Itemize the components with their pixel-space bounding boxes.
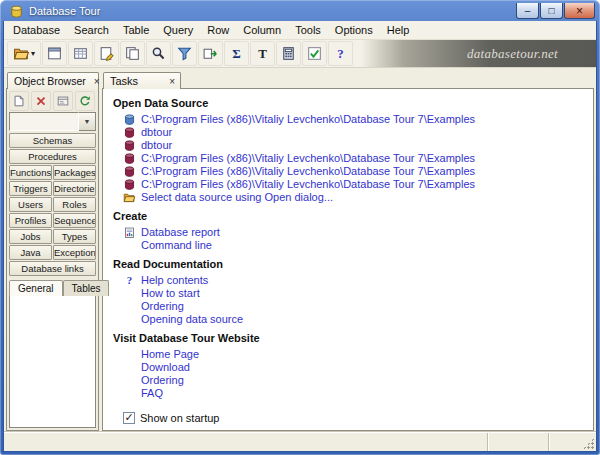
search-button[interactable]	[146, 41, 171, 66]
task-link[interactable]: Select data source using Open dialog...	[141, 191, 333, 204]
tab-close-icon[interactable]: ×	[169, 76, 175, 87]
task-link[interactable]: Help contents	[141, 274, 208, 287]
menu-column[interactable]: Column	[236, 22, 288, 38]
object-button-profiles[interactable]: Profiles	[9, 213, 52, 228]
task-link[interactable]: dbtour	[141, 139, 172, 152]
delete-object-button[interactable]	[31, 91, 51, 111]
tab-label: Object Browser	[14, 75, 86, 87]
object-button-exceptions[interactable]: Exceptions	[53, 245, 96, 260]
object-browser-toolbar	[8, 90, 97, 111]
object-list[interactable]	[9, 295, 96, 428]
object-subtabs: GeneralTables	[8, 276, 97, 295]
task-link[interactable]: Database report	[141, 226, 220, 239]
task-item-row: Opening data source	[113, 313, 585, 326]
object-button-triggers[interactable]: Triggers	[9, 181, 52, 196]
refresh-list-button[interactable]	[75, 91, 95, 111]
task-link[interactable]: C:\Program Files (x86)\Vitaliy Levchenko…	[141, 152, 475, 165]
resize-grip[interactable]	[583, 438, 594, 449]
task-link[interactable]: C:\Program Files (x86)\Vitaliy Levchenko…	[141, 113, 475, 126]
object-button-database-links[interactable]: Database links	[9, 261, 96, 276]
object-button-functions[interactable]: Functions	[9, 165, 52, 180]
db-red-icon	[122, 165, 137, 178]
task-item-row: Home Page	[113, 348, 585, 361]
object-button-users[interactable]: Users	[9, 197, 52, 212]
tasks-content: Open Data SourceC:\Program Files (x86)\V…	[102, 88, 594, 431]
menu-row[interactable]: Row	[200, 22, 236, 38]
calculator-button[interactable]	[276, 41, 301, 66]
help-button[interactable]: ?	[328, 41, 353, 66]
object-button-jobs[interactable]: Jobs	[9, 229, 52, 244]
tab-close-icon[interactable]: ×	[94, 76, 100, 87]
text-format-button[interactable]: T	[250, 41, 275, 66]
tab-object-browser[interactable]: Object Browser ×	[7, 72, 99, 89]
subtab-tables[interactable]: Tables	[63, 280, 110, 296]
blank-icon	[122, 374, 137, 387]
check-data-button[interactable]	[302, 41, 327, 66]
object-button-schemas[interactable]: Schemas	[9, 133, 96, 148]
tasks-sections: Open Data SourceC:\Program Files (x86)\V…	[113, 95, 585, 400]
close-button[interactable]: ×	[564, 3, 595, 19]
task-item-row: dbtour	[113, 126, 585, 139]
task-link[interactable]: Download	[141, 361, 190, 374]
filter-button[interactable]	[172, 41, 197, 66]
task-link[interactable]: Ordering	[141, 300, 184, 313]
connection-combobox[interactable]: ▼	[9, 112, 96, 131]
subtab-general[interactable]: General	[9, 280, 63, 296]
calculate-sum-button[interactable]: Σ	[224, 41, 249, 66]
task-item-row: Database report	[113, 226, 585, 239]
new-object-button[interactable]	[9, 91, 29, 111]
task-link[interactable]: FAQ	[141, 387, 163, 400]
object-button-types[interactable]: Types	[53, 229, 96, 244]
object-button-directories[interactable]: Directories	[53, 181, 96, 196]
maximize-button[interactable]: □	[540, 3, 563, 19]
task-link[interactable]: C:\Program Files (x86)\Vitaliy Levchenko…	[141, 178, 475, 191]
tab-tasks[interactable]: Tasks ×	[103, 72, 181, 89]
app-window: Database Tour – □ × DatabaseSearchTableQ…	[0, 0, 600, 455]
db-red-icon	[122, 126, 137, 139]
new-window-button[interactable]	[42, 41, 67, 66]
object-button-java[interactable]: Java	[9, 245, 52, 260]
title-bar[interactable]: Database Tour – □ ×	[3, 0, 597, 21]
menu-tools[interactable]: Tools	[288, 22, 328, 38]
menu-database[interactable]: Database	[6, 22, 67, 38]
sql-editor-button[interactable]	[94, 41, 119, 66]
object-button-sequences[interactable]: Sequences	[53, 213, 96, 228]
blank-icon	[122, 348, 137, 361]
open-datasource-button[interactable]: ▾	[7, 41, 41, 66]
task-item-row: ?Help contents	[113, 274, 585, 287]
export-button[interactable]	[198, 41, 223, 66]
tasks-panel: Tasks × Open Data SourceC:\Program Files…	[102, 70, 594, 431]
client-area: DatabaseSearchTableQueryRowColumnToolsOp…	[3, 21, 597, 452]
open-table-button[interactable]	[68, 41, 93, 66]
copy-button[interactable]	[120, 41, 145, 66]
menu-help[interactable]: Help	[380, 22, 417, 38]
task-link[interactable]: dbtour	[141, 126, 172, 139]
section-title: Open Data Source	[113, 97, 585, 110]
minimize-button[interactable]: –	[516, 3, 539, 19]
object-button-roles[interactable]: Roles	[53, 197, 96, 212]
task-link[interactable]: Command line	[141, 239, 212, 252]
object-button-procedures[interactable]: Procedures	[9, 149, 96, 164]
task-link[interactable]: Opening data source	[141, 313, 243, 326]
task-item-row: Select data source using Open dialog...	[113, 191, 585, 204]
section-title: Read Documentation	[113, 258, 585, 271]
task-link[interactable]: C:\Program Files (x86)\Vitaliy Levchenko…	[141, 165, 475, 178]
menu-search[interactable]: Search	[67, 22, 116, 38]
task-link[interactable]: Home Page	[141, 348, 199, 361]
menu-query[interactable]: Query	[156, 22, 200, 38]
menu-options[interactable]: Options	[328, 22, 380, 38]
show-on-startup-checkbox[interactable]: ✓ Show on startup	[123, 412, 585, 424]
blank-icon	[122, 239, 137, 252]
combobox-dropdown-icon[interactable]: ▼	[79, 112, 96, 131]
task-link[interactable]: Ordering	[141, 374, 184, 387]
task-item-row: C:\Program Files (x86)\Vitaliy Levchenko…	[113, 113, 585, 126]
status-panel-3	[548, 433, 596, 451]
status-panel-2	[487, 433, 548, 451]
tab-label: Tasks	[110, 75, 138, 87]
object-properties-button[interactable]	[53, 91, 73, 111]
menu-table[interactable]: Table	[116, 22, 156, 38]
task-item-row: C:\Program Files (x86)\Vitaliy Levchenko…	[113, 165, 585, 178]
object-button-packages[interactable]: Packages	[53, 165, 96, 180]
task-link[interactable]: How to start	[141, 287, 200, 300]
combobox-value[interactable]	[9, 112, 79, 131]
